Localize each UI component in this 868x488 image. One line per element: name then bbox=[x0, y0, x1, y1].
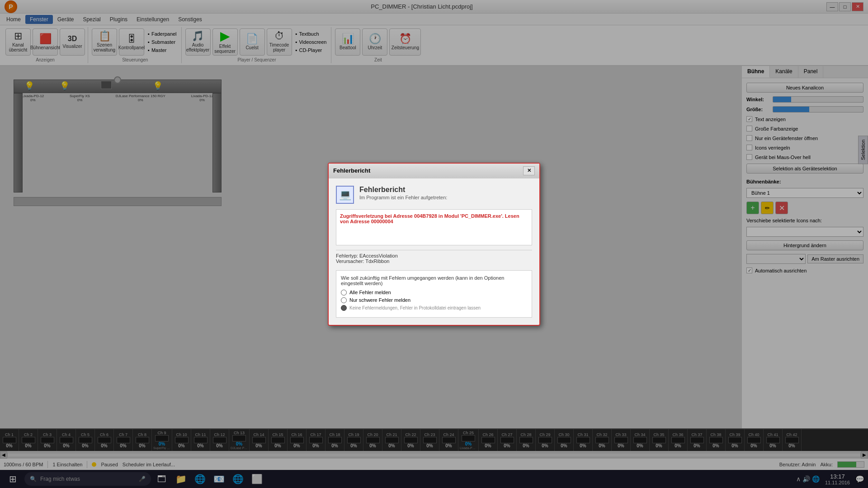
radio-schwere-label: Nur schwere Fehler melden bbox=[349, 297, 410, 303]
error-options: Wie soll zukünftig mit Fehlern umgegange… bbox=[336, 270, 532, 318]
error-subtitle: Im Programm ist ein Fehler aufgetreten: bbox=[359, 195, 447, 200]
error-title: Fehlerbericht bbox=[359, 186, 447, 194]
options-title: Wie soll zukünftig mit Fehlern umgegange… bbox=[341, 275, 527, 286]
error-message-box: Zugriffsverletzung bei Adresse 004B7928 … bbox=[336, 209, 532, 245]
error-title-area: Fehlerbericht Im Programm ist ein Fehler… bbox=[359, 186, 447, 200]
radio-alle-button[interactable] bbox=[341, 290, 347, 296]
error-info: Fehlertyp: EAccessViolation Verursacher:… bbox=[336, 250, 532, 267]
modal-overlay[interactable]: Fehlerbericht ✕ 💻 Fehlerbericht Im Progr… bbox=[0, 0, 868, 488]
radio-schwere-button[interactable] bbox=[341, 297, 347, 303]
error-pc-icon: 💻 bbox=[339, 189, 351, 201]
error-dialog-close-button[interactable]: ✕ bbox=[523, 166, 535, 175]
error-dialog-titlebar: Fehlerbericht ✕ bbox=[329, 164, 539, 178]
error-message-text: Zugriffsverletzung bei Adresse 004B7928 … bbox=[340, 213, 528, 224]
error-dialog: Fehlerbericht ✕ 💻 Fehlerbericht Im Progr… bbox=[328, 163, 540, 326]
radio-alle-label: Alle Fehler melden bbox=[349, 290, 391, 295]
error-dialog-title: Fehlerbericht bbox=[333, 167, 370, 174]
fehlertyp-text: Fehlertyp: EAccessViolation bbox=[336, 253, 532, 258]
error-icon: 💻 bbox=[336, 186, 354, 204]
verursacher-text: Verursacher: TdxRibbon bbox=[336, 258, 532, 264]
radio-alle-fehler: Alle Fehler melden bbox=[341, 290, 527, 296]
error-header: 💻 Fehlerbericht Im Programm ist ein Fehl… bbox=[336, 186, 532, 204]
error-dialog-body: 💻 Fehlerbericht Im Programm ist ein Fehl… bbox=[329, 178, 539, 325]
radio-keine-fehler: Keine Fehlermeldungen, Fehler in Protoko… bbox=[341, 305, 527, 311]
radio-keine-label: Keine Fehlermeldungen, Fehler in Protoko… bbox=[349, 305, 481, 310]
radio-schwere-fehler: Nur schwere Fehler melden bbox=[341, 297, 527, 303]
radio-keine-button[interactable] bbox=[341, 305, 347, 311]
